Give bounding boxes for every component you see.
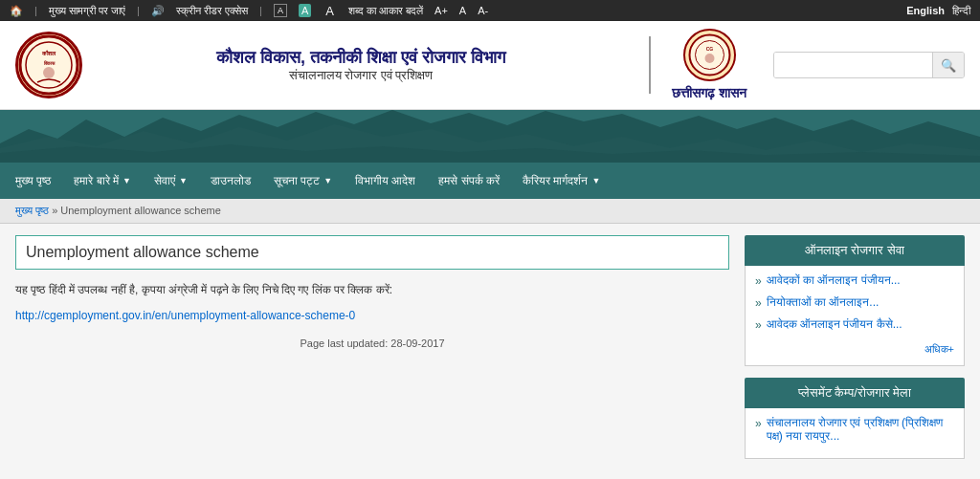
sidebar-item-employer-online[interactable]: » नियोक्ताओं का ऑनलाइन...	[755, 295, 954, 310]
search-area: 🔍	[773, 52, 965, 78]
separator1: |	[137, 5, 140, 16]
main-content: Unemployment allowance scheme यह पृष्ठ ह…	[15, 235, 745, 470]
sidebar-section-placement: प्लेसमेंट कैम्प/रोजगार मेला » संचालनालय …	[745, 378, 965, 459]
font-a-small[interactable]: A	[274, 4, 287, 17]
font-a-plus[interactable]: A+	[434, 5, 448, 16]
sidebar-section2-body: » संचालनालय रोजगार एवं प्रशिक्षण (प्रिशि…	[745, 408, 965, 459]
sidebar-item-applicant-registration[interactable]: » आवेदकों का ऑनलाइन पंजीयन...	[755, 273, 954, 288]
font-size-label: शब्द का आकार बदलें	[348, 5, 423, 17]
sidebar-item-placement-1[interactable]: » संचालनालय रोजगार एवं प्रशिक्षण (प्रिशि…	[755, 416, 954, 443]
page-last-updated: Page last updated: 28-09-2017	[15, 337, 729, 349]
content-wrapper: Unemployment allowance scheme यह पृष्ठ ह…	[0, 224, 980, 479]
nav-download[interactable]: डाउनलोड	[199, 163, 262, 199]
sidebar: ऑनलाइन रोजगार सेवा » आवेदकों का ऑनलाइन प…	[745, 235, 965, 470]
sidebar-item-label-2: नियोक्ताओं का ऑनलाइन...	[767, 295, 880, 309]
font-a-minus[interactable]: A-	[478, 5, 488, 16]
breadcrumb-current: Unemployment allowance scheme	[60, 205, 221, 216]
nav-home[interactable]: मुख्य पृष्ठ	[4, 163, 62, 199]
main-navigation: मुख्य पृष्ठ हमारे बारे में ▼ सेवाएं ▼ डा…	[0, 163, 980, 199]
sidebar-section1-body: » आवेदकों का ऑनलाइन पंजीयन... » नियोक्ता…	[745, 266, 965, 366]
lang-english-link[interactable]: English	[906, 5, 945, 17]
sidebar-item-label-3: आवेदक ऑनलाइन पंजीयन कैसे...	[767, 317, 902, 331]
sidebar-section2-title: प्लेसमेंट कैम्प/रोजगार मेला	[745, 378, 965, 408]
english-page-link[interactable]: http://cgemployment.gov.in/en/unemployme…	[15, 309, 729, 322]
breadcrumb: मुख्य पृष्ठ » Unemployment allowance sch…	[0, 199, 980, 224]
arrow-icon-2: »	[755, 296, 762, 310]
sidebar-section1-more[interactable]: अधिक+	[755, 339, 954, 358]
page-title: Unemployment allowance scheme	[15, 235, 729, 270]
page-body-text: यह पृष्ठ हिंदी में उपलब्ध नहीं है, कृपया…	[15, 281, 729, 299]
search-button[interactable]: 🔍	[932, 53, 964, 77]
nav-services[interactable]: सेवाएं ▼	[143, 163, 199, 199]
about-dropdown-arrow: ▼	[122, 176, 131, 185]
search-box: 🔍	[773, 52, 965, 78]
nav-noticeboard[interactable]: सूचना पट्ट ▼	[262, 163, 344, 199]
department-main-title: कौशल विकास, तकनीकी शिक्षा एवं रोजगार विभ…	[94, 48, 628, 68]
breadcrumb-home[interactable]: मुख्य पृष्ठ	[15, 205, 49, 216]
lang-hindi-link[interactable]: हिन्दी	[952, 5, 970, 17]
font-a-medium[interactable]: A	[299, 4, 311, 17]
arrow-icon-1: »	[755, 274, 762, 288]
top-accessibility-bar: 🏠 | मुख्य सामग्री पर जाएं | 🔊 स्क्रीन री…	[0, 0, 980, 21]
search-input[interactable]	[774, 53, 932, 77]
arrow-icon-4: »	[755, 417, 762, 430]
cg-branding: CG छत्तीसगढ़ शासन	[672, 29, 746, 101]
svg-point-4	[43, 67, 55, 78]
svg-text:CG: CG	[705, 46, 713, 52]
screen-reader-link[interactable]: स्क्रीन रीडर एक्सेस	[176, 5, 248, 17]
arrow-icon-3: »	[755, 318, 762, 332]
nav-contact[interactable]: हमसे संपर्क करें	[427, 163, 511, 199]
skip-nav-separator: |	[34, 5, 37, 16]
font-a-large[interactable]: A	[323, 3, 337, 19]
career-dropdown-arrow: ▼	[591, 176, 600, 185]
department-sub-title: संचालनालय रोजगार एवं प्रशिक्षण	[94, 68, 628, 83]
svg-text:विकास: विकास	[43, 60, 56, 66]
sidebar-item-label-1: आवेदकों का ऑनलाइन पंजीयन...	[767, 273, 901, 287]
svg-point-8	[704, 54, 714, 63]
sidebar-section1-title: ऑनलाइन रोजगार सेवा	[745, 235, 965, 266]
header-divider	[649, 36, 651, 94]
site-header: कौशल विकास कौशल विकास, तकनीकी शिक्षा एवं…	[0, 21, 980, 110]
sidebar-item-label-4: संचालनालय रोजगार एवं प्रशिक्षण (प्रिशिक्…	[767, 416, 954, 443]
nav-career[interactable]: कैरियर मार्गदर्शन ▼	[511, 163, 612, 199]
language-controls: English हिन्दी	[906, 5, 970, 17]
cg-state-title: छत्तीसगढ़ शासन	[672, 85, 746, 101]
department-logo: कौशल विकास	[15, 32, 82, 98]
nav-departmental-orders[interactable]: विभागीय आदेश	[344, 163, 427, 199]
sidebar-section-online-service: ऑनलाइन रोजगार सेवा » आवेदकों का ऑनलाइन प…	[745, 235, 965, 366]
svg-text:कौशल: कौशल	[41, 50, 56, 56]
breadcrumb-separator: »	[52, 205, 57, 216]
department-title: कौशल विकास, तकनीकी शिक्षा एवं रोजगार विभ…	[94, 48, 628, 83]
skip-content-link[interactable]: मुख्य सामग्री पर जाएं	[49, 5, 125, 17]
cg-emblem: CG	[683, 29, 736, 81]
sidebar-item-how-to-register[interactable]: » आवेदक ऑनलाइन पंजीयन कैसे...	[755, 317, 954, 332]
services-dropdown-arrow: ▼	[179, 176, 188, 185]
noticeboard-dropdown-arrow: ▼	[323, 176, 332, 185]
home-icon[interactable]: 🏠	[10, 5, 23, 17]
screen-reader-icon: 🔊	[151, 5, 165, 17]
nav-about[interactable]: हमारे बारे में ▼	[62, 163, 143, 199]
mountain-decoration	[0, 110, 980, 163]
font-a-normal[interactable]: A	[459, 5, 466, 16]
separator2: |	[259, 5, 262, 16]
